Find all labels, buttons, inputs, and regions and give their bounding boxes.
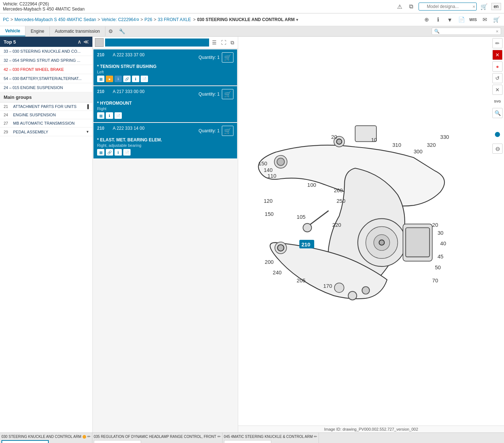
- part0-link-icon[interactable]: 🔗: [123, 76, 131, 82]
- tab-settings-icon[interactable]: ⚙: [105, 27, 116, 36]
- svg-text:300: 300: [413, 149, 422, 154]
- lang-badge[interactable]: en: [491, 3, 501, 10]
- svg-text:320: 320: [427, 142, 436, 148]
- right-panel: ✏ ✕ ● ↺ ✕ SVG 🔍 ⊖: [238, 37, 504, 432]
- center-expand-icon[interactable]: ⛶: [220, 39, 228, 46]
- cart-btn-0[interactable]: 🛒: [222, 52, 233, 63]
- cart-top-icon[interactable]: 🛒: [480, 2, 488, 11]
- breadcrumb-copy-icon[interactable]: ⧉: [136, 17, 139, 22]
- group-21[interactable]: 21 ATTACHMENT PARTS FOR UNITS ▐: [0, 102, 92, 111]
- part2-link-icon[interactable]: 🔗: [106, 149, 113, 156]
- top5-label: Top 5: [4, 39, 16, 45]
- part1-doc-icon[interactable]: 📄: [115, 112, 122, 119]
- center-search-input[interactable]: [105, 39, 209, 47]
- top-bar-right: ⚠ ⧉ 🔍 ✕ 🛒 en: [395, 2, 501, 11]
- center-copy2-icon[interactable]: ⧉: [229, 39, 236, 47]
- part2-info-icon[interactable]: ℹ: [115, 149, 122, 156]
- group-29[interactable]: 29 PEDAL ASSEMBLY ▾: [0, 128, 92, 136]
- thumb0-img[interactable]: [1, 440, 49, 443]
- part0-dot-icon[interactable]: ●: [106, 76, 113, 82]
- svg-point-18: [362, 287, 369, 294]
- search-top-input[interactable]: [419, 3, 477, 11]
- breadcrumb-front-axle[interactable]: 33 FRONT AXLE: [158, 17, 191, 22]
- mail-icon[interactable]: ✉: [480, 15, 489, 24]
- diagram-zoom-out-small-icon[interactable]: 🔍: [492, 108, 503, 118]
- cart-btn-1[interactable]: 🛒: [222, 89, 233, 99]
- svg-text:200: 200: [265, 259, 273, 265]
- center-list-icon[interactable]: ☰: [211, 39, 218, 46]
- cart-icon[interactable]: 🛒: [492, 15, 501, 24]
- cart-btn-2[interactable]: 🛒: [222, 126, 233, 136]
- top5-item-2[interactable]: 42 – 030 FRONT WHEEL BRAKE: [0, 65, 92, 74]
- copy-icon[interactable]: ⧉: [407, 2, 416, 11]
- part2-grid-icon[interactable]: ▦: [97, 149, 104, 156]
- tab-vehicle[interactable]: Vehicle: [0, 26, 25, 36]
- part0-grid-icon[interactable]: ▦: [97, 76, 104, 82]
- svg-text:330: 330: [440, 134, 449, 140]
- breadcrumb-vehicle[interactable]: Vehicle: C222964: [101, 17, 136, 22]
- breadcrumb-pc[interactable]: PC: [3, 17, 9, 22]
- top5-close-icon[interactable]: ≪: [83, 39, 89, 45]
- vehicle-model: Mercedes-Maybach S 450 4MATIC Sedan: [3, 7, 85, 12]
- thumb2-edit-icon[interactable]: ✏: [314, 434, 317, 439]
- thumb0-label-text: 030 STEERING KNUCKLE AND CONTROL ARM: [1, 435, 81, 439]
- part2-doc-icon[interactable]: 📄: [123, 149, 131, 156]
- top5-item-1[interactable]: 32 – 054 SPRING STRUT AND SPRING ...: [0, 56, 92, 65]
- svg-text:250: 250: [336, 198, 345, 204]
- top5-collapse-icon[interactable]: ∧: [77, 39, 81, 45]
- top5-item-4[interactable]: 24 – 015 ENGINE SUSPENSION: [0, 83, 92, 92]
- svg-text:220: 220: [332, 222, 341, 228]
- part0-info-icon[interactable]: ℹ: [132, 76, 139, 82]
- diagram-rotate-icon[interactable]: ↺: [492, 73, 503, 83]
- breadcrumb-model[interactable]: Mercedes-Maybach S 450 4MATIC Sedan: [15, 17, 96, 22]
- svg-text:20: 20: [432, 222, 438, 228]
- diagram-edit-icon[interactable]: ✏: [492, 38, 503, 48]
- part0-badge-icon[interactable]: 1: [115, 76, 122, 82]
- thumb1-edit-icon[interactable]: ✏: [217, 434, 221, 439]
- svg-text:170: 170: [323, 283, 332, 289]
- thumb0-edit-icon[interactable]: ✏: [87, 434, 91, 439]
- zoom-in-icon[interactable]: ⊕: [422, 15, 431, 24]
- warning-icon[interactable]: ⚠: [395, 2, 404, 11]
- diagram-svg-icon[interactable]: SVG: [492, 96, 503, 106]
- top5-item-0[interactable]: 33 – 030 STEERING KNUCKLE AND CO...: [0, 47, 92, 56]
- part-item-0[interactable]: 210 A 222 333 37 00 Quantity: 1 🛒 * TENS…: [93, 49, 237, 85]
- group-27[interactable]: 27 MB AUTOMATIC TRANSMISSION: [0, 119, 92, 128]
- filter-icon[interactable]: ▼: [445, 15, 455, 24]
- breadcrumb-dropdown-icon[interactable]: ▼: [295, 18, 299, 22]
- group-21-scroll[interactable]: ▐: [86, 104, 89, 109]
- tab-wrench-icon[interactable]: 🔧: [116, 27, 128, 36]
- tab-search-input[interactable]: [440, 29, 494, 33]
- group-24[interactable]: 24 ENGINE SUSPENSION: [0, 111, 92, 119]
- doc-icon[interactable]: 📄: [457, 15, 466, 24]
- search-clear-icon[interactable]: ✕: [472, 5, 475, 9]
- diagram-close-icon[interactable]: ✕: [492, 50, 503, 60]
- tab-search-icon[interactable]: 🔍: [434, 29, 440, 34]
- breadcrumb-p26[interactable]: P26: [144, 17, 152, 22]
- part1-grid-icon[interactable]: ▦: [97, 112, 104, 119]
- part-item-1[interactable]: 210 A 217 333 00 00 Quantity: 1 🛒 * HYDR…: [93, 86, 237, 122]
- tab-engine[interactable]: Engine: [25, 27, 49, 36]
- wis-icon[interactable]: WIS: [468, 15, 478, 24]
- thumb-item-1[interactable]: 035 REGULATION OF DYNAMIC HEADLAMP RANGE…: [92, 433, 223, 443]
- part0-doc-icon[interactable]: 📄: [141, 76, 148, 82]
- svg-text:210: 210: [301, 242, 310, 247]
- diagram-zoom-out-icon[interactable]: ⊖: [492, 144, 503, 154]
- tab-automatic-transmission[interactable]: Automatic transmission: [50, 27, 105, 36]
- diagram-cross-icon[interactable]: ✕: [492, 85, 503, 95]
- tab-search-clear-icon[interactable]: ✕: [496, 29, 499, 33]
- top5-item-3[interactable]: 54 – 030 BATTERY,STARTER/ALTERNAT...: [0, 74, 92, 83]
- thumb1-img[interactable]: [94, 440, 141, 443]
- thumb2-img[interactable]: [224, 440, 271, 443]
- svg-text:310: 310: [392, 142, 401, 148]
- parts-list: 210 A 222 333 37 00 Quantity: 1 🛒 * TENS…: [93, 49, 238, 432]
- svg-text:30: 30: [437, 230, 443, 236]
- vehicle-info: Vehicle: C222964 (P26) Mercedes-Maybach …: [3, 1, 85, 12]
- svg-text:260: 260: [334, 188, 343, 193]
- diagram-circle-red-icon[interactable]: ●: [492, 61, 503, 72]
- thumb-item-0[interactable]: 030 STEERING KNUCKLE AND CONTROL ARM ✏: [0, 433, 92, 443]
- part-item-2[interactable]: 210 A 222 333 14 00 Quantity: 1 🛒 * ELAS…: [93, 123, 237, 158]
- info-icon[interactable]: ℹ: [433, 15, 443, 24]
- part1-info-icon[interactable]: ℹ: [106, 112, 113, 119]
- thumb-item-2[interactable]: 045 4MATIC STEERING KNUCKLE & CONTROL AR…: [223, 433, 319, 443]
